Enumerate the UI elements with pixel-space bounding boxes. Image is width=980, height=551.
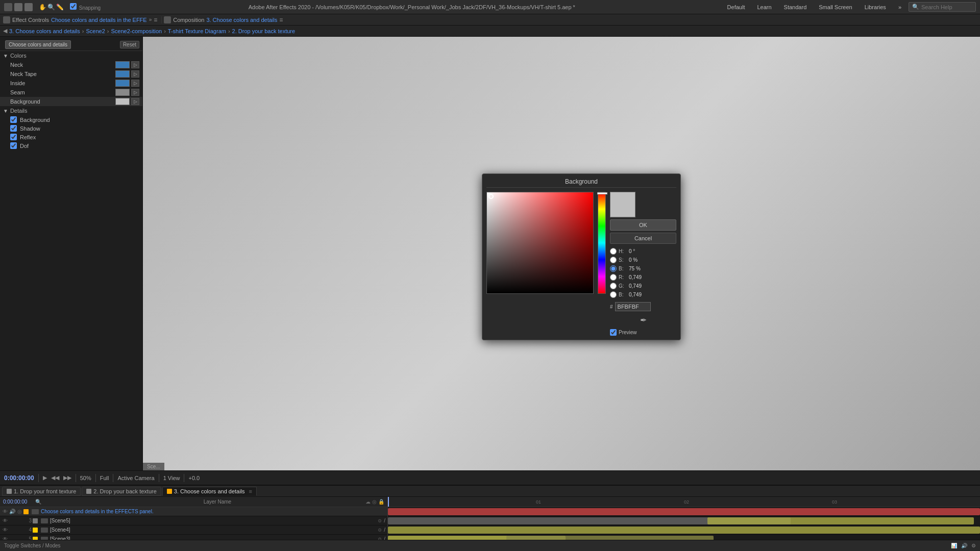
layer-audio-2[interactable] [9, 527, 15, 533]
timeline-tab-3[interactable]: 3. Choose colors and details ≡ [162, 487, 257, 496]
track-bar-1b[interactable] [707, 517, 974, 524]
cancel-button[interactable]: Cancel [610, 233, 676, 244]
red-radio[interactable] [610, 274, 617, 281]
breadcrumb-2[interactable]: Scene2 [86, 28, 105, 34]
blue-radio[interactable] [610, 291, 617, 298]
seam-swatch[interactable] [115, 89, 130, 96]
comp-panel-menu[interactable]: ≡ [279, 16, 283, 23]
timeline-layers-header: 0:00:00:00 🔍 Layer Name ☁ ◎ 🔒 [0, 497, 387, 507]
eyedropper-button[interactable]: ✒ [610, 315, 676, 325]
status-icon-1[interactable]: 📊 [951, 543, 957, 548]
layer-audio-1[interactable] [9, 518, 15, 524]
status-icon-3[interactable]: ⚙ [971, 543, 976, 548]
timeline-tab-1[interactable]: 1. Drop your front texture [2, 487, 81, 496]
snapping-checkbox[interactable] [70, 3, 77, 10]
workspace-expand[interactable]: » [894, 3, 905, 11]
shy-icon[interactable]: ☁ [365, 499, 371, 505]
bri-radio[interactable] [610, 265, 617, 272]
hue-radio[interactable] [610, 248, 617, 255]
layer-eye-2[interactable]: 👁 [2, 527, 8, 533]
layer-switch-1a[interactable]: ⚙ [377, 518, 383, 524]
playhead[interactable] [388, 497, 389, 507]
layer-solo-2[interactable] [16, 527, 22, 533]
breadcrumb-4[interactable]: T-shirt Texture Diagram [168, 28, 226, 34]
inside-swatch[interactable] [115, 80, 130, 87]
color-gradient-area[interactable] [486, 192, 594, 294]
timecode-offset: +0.0 [188, 475, 200, 481]
search-input[interactable] [921, 4, 972, 10]
reset-button[interactable]: Reset [120, 41, 139, 48]
workspace-smallscreen[interactable]: Small Screen [815, 3, 856, 11]
breadcrumb-5[interactable]: 2. Drop your back texture [232, 28, 296, 34]
open-icon[interactable] [24, 3, 33, 11]
details-triangle-icon[interactable]: ▼ [3, 108, 8, 114]
solo-icon[interactable]: ◎ [372, 499, 377, 505]
green-radio[interactable] [610, 283, 617, 289]
dof-checkbox-row: Dof [0, 141, 142, 150]
zoom-icon[interactable]: 🔍 [47, 4, 55, 11]
inside-swatch-btn[interactable]: ▷ [131, 80, 139, 87]
layer-eye-0[interactable]: 👁 [2, 509, 8, 515]
new-project-icon[interactable] [14, 3, 22, 11]
layer-solo-1[interactable] [16, 518, 22, 524]
hand-icon[interactable]: ✋ [39, 4, 46, 11]
layer-name-0: Choose colors and details in the EFFECTS… [41, 509, 385, 514]
home-icon[interactable] [4, 3, 12, 11]
step-fwd-icon[interactable]: ▶▶ [63, 474, 71, 481]
workspace-libraries[interactable]: Libraries [861, 3, 890, 11]
neck-tape-swatch[interactable] [115, 70, 130, 78]
panel-menu-icon[interactable]: ≡ [154, 16, 157, 23]
neck-swatch-btn[interactable]: ▷ [131, 61, 139, 68]
layer-eye-1[interactable]: 👁 [2, 518, 8, 524]
view-display[interactable]: 1 View [163, 475, 180, 481]
gradient-canvas[interactable] [486, 192, 594, 294]
zoom-display[interactable]: 50% [80, 475, 91, 481]
layer-solo-0[interactable]: ◎ [16, 509, 22, 515]
seam-swatch-btn[interactable]: ▷ [131, 89, 139, 96]
dof-checkbox[interactable] [10, 142, 17, 149]
play-icon[interactable]: ▶ [43, 474, 47, 481]
workspace-learn[interactable]: Learn [753, 3, 775, 11]
neck-tape-swatch-btn[interactable]: ▷ [131, 70, 139, 78]
status-icon-2[interactable]: 🔊 [961, 543, 967, 548]
timeline-tab-2[interactable]: 2. Drop your back texture [82, 487, 161, 496]
toggle-switches-label[interactable]: Toggle Switches / Modes [4, 543, 61, 548]
hex-input[interactable] [615, 302, 651, 311]
layer-audio-0[interactable]: 🔊 [9, 509, 15, 515]
pen-icon[interactable]: ✏️ [56, 4, 64, 11]
reflex-checkbox[interactable] [10, 134, 17, 140]
breadcrumb-1[interactable]: 3. Choose colors and details [9, 28, 80, 34]
camera-display[interactable]: Active Camera [117, 475, 154, 481]
breadcrumb-3[interactable]: Scene2-composition [111, 28, 162, 34]
resolution-display[interactable]: Full [100, 475, 109, 481]
track-bar-0[interactable] [388, 508, 980, 515]
step-back-icon[interactable]: ◀◀ [51, 474, 59, 481]
neck-swatch[interactable] [115, 61, 130, 68]
lock-icon[interactable]: 🔒 [378, 499, 384, 505]
preview-checkbox[interactable] [610, 329, 617, 336]
choose-colors-button[interactable]: Choose colors and details [5, 40, 71, 49]
effect-controls-expand[interactable]: » [149, 17, 152, 22]
ok-button[interactable]: OK [610, 219, 676, 231]
triangle-icon[interactable]: ▼ [3, 53, 8, 59]
track-bar-2[interactable] [388, 527, 980, 534]
workspace-standard[interactable]: Standard [780, 3, 811, 11]
search-layers-icon[interactable]: 🔍 [35, 499, 41, 505]
background-color-label: Background [10, 98, 115, 105]
background-swatch[interactable] [115, 98, 130, 105]
tab3-menu[interactable]: ≡ [249, 488, 252, 494]
background-swatch-btn[interactable]: ▷ [131, 98, 139, 105]
effect-controls-comp[interactable]: Choose colors and details in the EFFE [51, 17, 147, 23]
layer-num-2: 4 [23, 527, 32, 533]
comp-name[interactable]: 3. Choose colors and details [206, 17, 277, 23]
tab2-dot [86, 489, 91, 494]
hue-label: H: [619, 248, 627, 254]
workspace-default[interactable]: Default [723, 3, 749, 11]
layer-switch-2a[interactable]: ⚙ [377, 527, 383, 533]
hue-strip[interactable] [598, 192, 606, 294]
sat-radio[interactable] [610, 257, 617, 263]
background-checkbox[interactable] [10, 116, 17, 123]
shadow-checkbox[interactable] [10, 125, 17, 132]
neck-tape-color-btns: ▷ [115, 70, 139, 78]
panel-icon [3, 16, 10, 23]
